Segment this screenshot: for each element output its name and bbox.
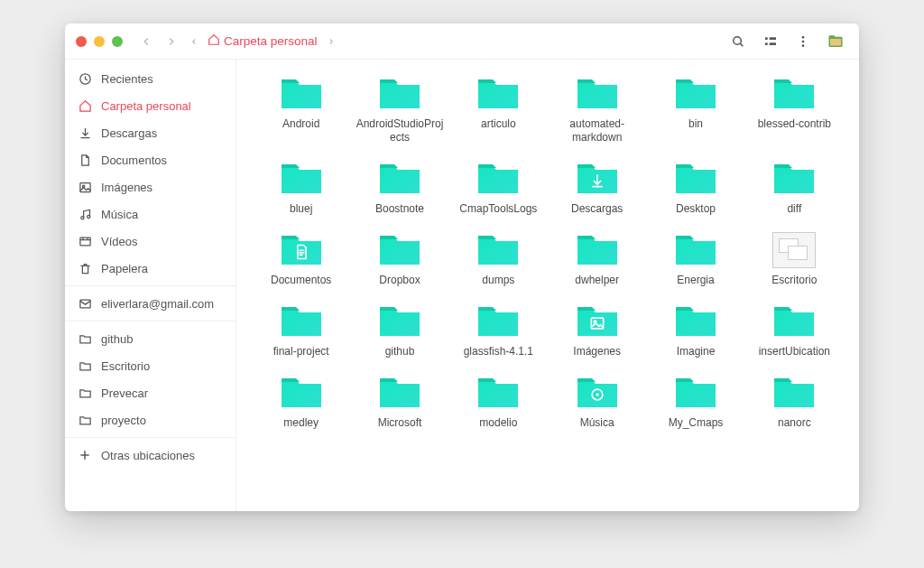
folder-item[interactable]: nanorc [750, 375, 839, 430]
folder-icon [674, 76, 717, 112]
document-icon [78, 153, 92, 167]
folder-item[interactable]: Boostnote [355, 161, 444, 216]
close-window-button[interactable] [76, 36, 87, 47]
sidebar-item-recientes[interactable]: Recientes [65, 65, 236, 92]
sidebar-bookmark-prevecar[interactable]: Prevecar [65, 379, 236, 406]
forward-button[interactable] [162, 33, 180, 51]
folder-item[interactable]: Imagine [651, 303, 740, 358]
folder-icon [576, 232, 619, 268]
folder-item[interactable]: automated-markdown [552, 76, 642, 144]
folder-icon [280, 76, 323, 112]
folder-label: Dropbox [379, 274, 420, 287]
folder-label: Energia [677, 274, 714, 287]
sidebar-item-documentos[interactable]: Documentos [65, 146, 236, 173]
folder-item[interactable]: blessed-contrib [750, 76, 839, 144]
trash-icon [78, 261, 92, 275]
sidebar-bookmark-escritorio[interactable]: Escritorio [65, 352, 236, 379]
breadcrumb[interactable]: Carpeta personal [208, 33, 318, 49]
folder-item[interactable]: github [355, 303, 444, 358]
folder-item[interactable]: CmapToolsLogs [454, 161, 543, 216]
home-icon [78, 98, 92, 113]
folder-icon [772, 161, 816, 197]
folder-item[interactable]: My_Cmaps [651, 375, 740, 430]
sidebar-item-imágenes[interactable]: Imágenes [65, 173, 236, 200]
folder-item[interactable]: modelio [454, 375, 543, 430]
folder-label: My_Cmaps [669, 416, 724, 430]
svg-point-7 [802, 40, 805, 42]
folder-item[interactable]: final-project [256, 303, 346, 358]
folder-item[interactable]: dumps [454, 232, 543, 287]
folder-icon [280, 161, 323, 197]
search-button[interactable] [725, 29, 751, 54]
folder-item[interactable]: Microsoft [355, 375, 444, 430]
svg-point-0 [734, 36, 742, 44]
folder-icon [576, 76, 619, 112]
folder-item[interactable]: medley [256, 375, 346, 430]
clock-icon [78, 71, 92, 86]
file-manager-window: Carpeta personal RecientesCarpeta person… [65, 23, 859, 511]
folder-item[interactable]: Documentos [256, 232, 346, 287]
video-icon [78, 234, 92, 248]
content-area: RecientesCarpeta personalDescargasDocume… [65, 60, 859, 511]
folder-item[interactable]: Android [256, 76, 346, 144]
folder-label: insertUbication [759, 345, 830, 358]
svg-rect-3 [770, 37, 776, 40]
sidebar-item-vídeos[interactable]: Vídeos [65, 228, 236, 255]
sidebar-other-locations[interactable]: Otras ubicaciones [65, 442, 236, 469]
folder-icon [576, 303, 619, 340]
view-mode-button[interactable] [758, 29, 783, 54]
sidebar-account[interactable]: eliverlara@gmail.com [65, 290, 236, 317]
svg-point-6 [802, 36, 805, 39]
sidebar-item-label: Imágenes [101, 181, 152, 194]
svg-point-33 [596, 394, 598, 396]
folder-label: medley [283, 416, 319, 430]
path-separator-left [188, 34, 200, 49]
folder-item[interactable]: bluej [256, 161, 346, 216]
folder-item[interactable]: bin [651, 76, 740, 144]
back-button[interactable] [137, 33, 155, 51]
image-icon [78, 180, 92, 194]
document-overlay-icon [292, 243, 310, 261]
folder-item[interactable]: Energia [651, 232, 740, 287]
svg-rect-14 [79, 182, 89, 191]
folder-item[interactable]: dwhelper [552, 232, 642, 287]
sidebar-item-papelera[interactable]: Papelera [65, 255, 236, 282]
sidebar-bookmark-github[interactable]: github [65, 325, 236, 352]
folder-item[interactable]: Descargas [552, 161, 642, 216]
maximize-window-button[interactable] [112, 36, 123, 47]
folder-item[interactable]: articulo [454, 76, 543, 144]
sidebar-item-descargas[interactable]: Descargas [65, 119, 236, 146]
files-app-icon[interactable] [823, 29, 848, 54]
folder-item[interactable]: Escritorio [750, 232, 839, 287]
sidebar-item-música[interactable]: Música [65, 200, 236, 228]
minimize-window-button[interactable] [94, 36, 105, 47]
folder-icon [476, 303, 520, 340]
folder-item[interactable]: AndroidStudioProjects [355, 76, 444, 144]
folder-icon [378, 161, 421, 197]
folder-view[interactable]: Android AndroidStudioProjects articulo a… [236, 60, 859, 511]
folder-item[interactable]: Dropbox [355, 232, 444, 287]
folder-item[interactable]: glassfish-4.1.1 [454, 303, 543, 358]
folder-item[interactable]: diff [750, 161, 839, 216]
svg-point-17 [87, 215, 89, 218]
folder-label: Android [282, 117, 319, 131]
svg-rect-4 [765, 42, 768, 45]
folder-label: AndroidStudioProjects [355, 117, 444, 144]
folder-item[interactable]: Desktop [651, 161, 740, 216]
image-overlay-icon [588, 314, 606, 332]
folder-item[interactable]: insertUbication [750, 303, 839, 358]
sidebar-item-label: Documentos [101, 154, 167, 167]
sidebar-bookmark-proyecto[interactable]: proyecto [65, 406, 236, 433]
menu-button[interactable] [790, 29, 816, 54]
folder-label: github [385, 345, 415, 358]
folder-icon [78, 413, 92, 427]
folder-item[interactable]: Música [552, 375, 642, 430]
sidebar-separator [65, 321, 236, 321]
folder-icon [378, 303, 421, 340]
folder-label: final-project [273, 345, 329, 358]
sidebar-item-carpeta-personal[interactable]: Carpeta personal [65, 92, 236, 119]
folder-icon [674, 303, 717, 340]
desktop-folder-icon [772, 232, 816, 268]
path-separator-right [325, 34, 337, 49]
folder-item[interactable]: Imágenes [552, 303, 642, 358]
